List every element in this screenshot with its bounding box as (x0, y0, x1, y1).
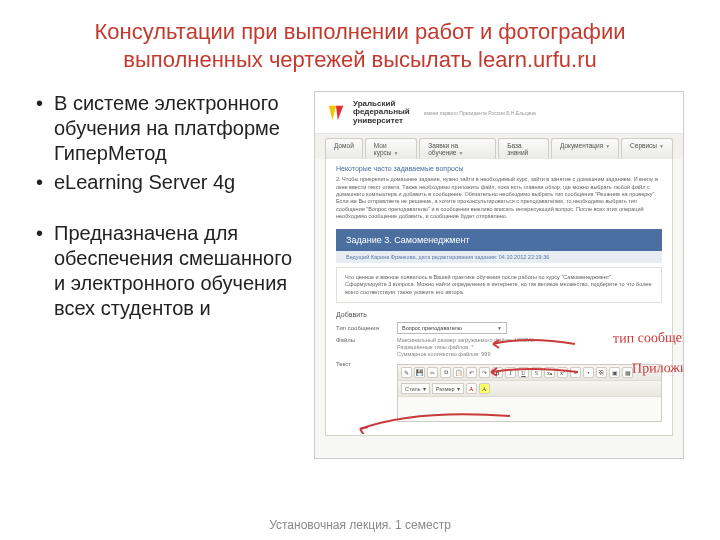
logo-subtitle: имени первого Президента России Б.Н.Ельц… (424, 110, 536, 116)
bullet-list: В системе электронного обучения на платф… (36, 91, 296, 459)
bullet-2: eLearning Server 4g (36, 170, 296, 195)
rte-ul-icon[interactable]: • (583, 367, 594, 378)
page-body: Некоторые часто задаваемые вопросы 2. Чт… (325, 159, 673, 436)
annotation-arrow-3 (355, 404, 515, 434)
field-type-row: Тип сообщения Вопрос преподавателю ▼ (336, 322, 662, 334)
rte-color-icon[interactable]: A (466, 383, 477, 394)
task-subtitle: Ведущий Карина Франкова, дата редактиров… (336, 251, 662, 263)
tab-my-courses[interactable]: Мои курсы▼ (365, 138, 417, 159)
slide-title: Консультации при выполнении работ и фото… (36, 18, 684, 73)
type-value: Вопрос преподавателю (402, 325, 462, 331)
rte-cut-icon[interactable]: ✂ (427, 367, 438, 378)
chevron-down-icon: ▼ (393, 150, 398, 156)
tab-docs[interactable]: Документация▼ (551, 138, 619, 159)
task-title-band: Задание 3. Самоменеджмент (336, 229, 662, 251)
chevron-down-icon: ▼ (459, 150, 464, 156)
tab-home[interactable]: Домой (325, 138, 363, 159)
urfu-logo-icon (327, 104, 345, 122)
logo-line3: университет (353, 117, 410, 125)
rte-size-select[interactable]: Размер▾ (432, 383, 464, 394)
chevron-down-icon: ▾ (423, 386, 426, 392)
type-label: Тип сообщения (336, 325, 391, 331)
tab-requests[interactable]: Заявки на обучение▼ (419, 138, 496, 159)
chevron-down-icon: ▼ (605, 143, 610, 149)
bullet-3: Предназначена для обеспечения смешанного… (36, 221, 296, 321)
rte-save-icon[interactable]: 💾 (414, 367, 425, 378)
faq-text: 2. Чтобы прикрепить домашнее задание, ну… (336, 176, 662, 221)
rte-image-icon[interactable]: ▣ (609, 367, 620, 378)
rte-source-icon[interactable]: ✎ (401, 367, 412, 378)
rte-undo-icon[interactable]: ↶ (466, 367, 477, 378)
add-title: Добавить (336, 311, 662, 318)
hint-count: Суммарное количество файлов: 999 (397, 351, 534, 358)
rte-toolbar-2: Стиль▾ Размер▾ A A (398, 381, 661, 397)
rte-bgcolor-icon[interactable]: A (479, 383, 490, 394)
slide-footer: Установочная лекция. 1 семестр (0, 518, 720, 532)
chevron-down-icon: ▾ (457, 386, 460, 392)
rte-table-icon[interactable]: ▦ (622, 367, 633, 378)
faq-heading: Некоторые часто задаваемые вопросы (336, 165, 662, 172)
bullet-1: В системе электронного обучения на платф… (36, 91, 296, 166)
task-description: Что ценное и важное появилось в Вашей пр… (336, 267, 662, 303)
slide: Консультации при выполнении работ и фото… (0, 0, 720, 540)
files-label: Файлы (336, 337, 391, 343)
chevron-down-icon: ▼ (497, 325, 502, 331)
annotation-arrow-2 (485, 364, 580, 380)
logo-text: Уральский федеральный университет (353, 100, 410, 125)
rte-style-select[interactable]: Стиль▾ (401, 383, 430, 394)
rte-copy-icon[interactable]: ⧉ (440, 367, 451, 378)
chevron-down-icon: ▼ (659, 143, 664, 149)
rte-link-icon[interactable]: ⛓ (596, 367, 607, 378)
tab-kb[interactable]: База знаний (498, 138, 549, 159)
content-row: В системе электронного обучения на платф… (36, 91, 684, 459)
main-nav: Домой Мои курсы▼ Заявки на обучение▼ Баз… (315, 134, 683, 159)
site-header: Уральский федеральный университет имени … (315, 92, 683, 134)
text-label: Текст (336, 361, 391, 367)
rte-paste-icon[interactable]: 📋 (453, 367, 464, 378)
type-dropdown[interactable]: Вопрос преподавателю ▼ (397, 322, 507, 334)
embedded-screenshot: Уральский федеральный университет имени … (314, 91, 684, 459)
tab-services[interactable]: Сервисы▼ (621, 138, 673, 159)
annotation-arrow-1 (487, 336, 577, 352)
